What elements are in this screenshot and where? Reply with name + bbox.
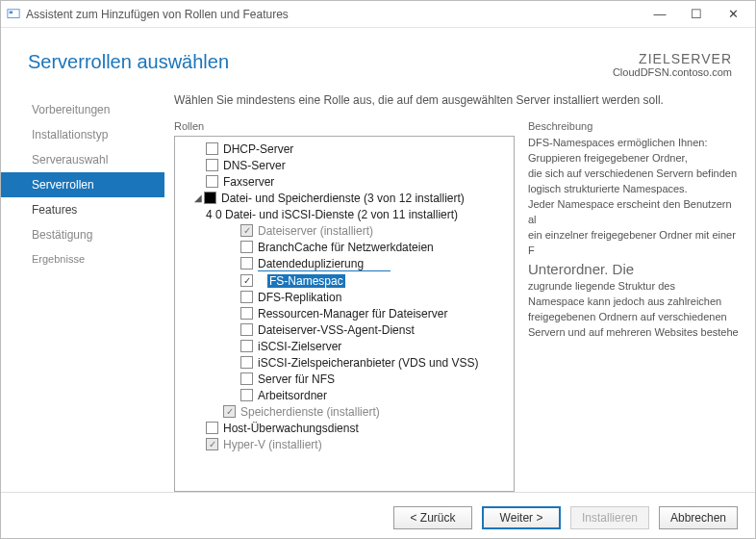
instruction-text: Wählen Sie mindestens eine Rolle aus, di…: [174, 93, 740, 107]
role-dhcp[interactable]: DHCP-Server: [181, 141, 512, 157]
role-iscsi-vds[interactable]: iSCSI-Zielspeicheranbieter (VDS und VSS): [181, 354, 512, 371]
checkbox-icon[interactable]: [240, 356, 253, 369]
maximize-button[interactable]: ☐: [678, 2, 715, 27]
checkbox-checked-icon: [206, 438, 218, 450]
checkbox-icon[interactable]: [240, 307, 253, 320]
svg-rect-1: [10, 11, 13, 13]
checkbox-icon[interactable]: [206, 175, 218, 188]
highlight-underline: [258, 270, 391, 271]
nav-step-server-selection[interactable]: Serverauswahl: [1, 147, 164, 172]
app-icon: [7, 8, 20, 21]
checkbox-icon[interactable]: [240, 323, 253, 336]
checkbox-checked-icon: [223, 405, 236, 418]
back-button[interactable]: < Zurück: [393, 506, 472, 529]
cancel-button[interactable]: Abbrechen: [659, 506, 738, 529]
role-dfs-namespaces[interactable]: FS-Namespac: [181, 272, 512, 289]
role-dedup[interactable]: Datendeduplizierung: [181, 255, 512, 271]
page-title: Serverrollen auswählen: [28, 51, 229, 73]
checkbox-icon[interactable]: [240, 372, 253, 385]
wizard-nav: Vorbereitungen Installationstyp Serverau…: [1, 88, 164, 492]
target-label: ZIELSERVER: [613, 51, 732, 66]
target-server-name: CloudDFSN.contoso.com: [613, 66, 732, 78]
checkbox-checked-icon[interactable]: [240, 274, 253, 287]
wizard-footer: < Zurück Weiter > Installieren Abbrechen: [1, 492, 755, 539]
nav-step-server-roles[interactable]: Serverrollen: [1, 172, 164, 197]
nav-step-install-type[interactable]: Installationstyp: [1, 122, 164, 147]
install-button: Installieren: [570, 506, 649, 529]
wizard-body: Vorbereitungen Installationstyp Serverau…: [1, 88, 755, 492]
role-file-iscsi[interactable]: 4 0 Datei- und iSCSI-Dienste (2 von 11 i…: [181, 206, 512, 222]
nav-step-features[interactable]: Features: [1, 197, 164, 222]
minimize-button[interactable]: —: [642, 2, 678, 27]
nav-step-before-you-begin[interactable]: Vorbereitungen: [1, 97, 164, 122]
titlebar: Assistent zum Hinzufügen von Rollen und …: [1, 1, 755, 28]
role-hyperv[interactable]: Hyper-V (installiert): [181, 436, 512, 452]
checkbox-icon[interactable]: [240, 340, 253, 352]
description-text: DFS-Namespaces ermöglichen Ihnen: Gruppi…: [528, 136, 740, 341]
roles-label: Rollen: [174, 120, 515, 132]
window-title: Assistent zum Hinzufügen von Rollen und …: [26, 8, 642, 21]
role-fax[interactable]: Faxserver: [181, 173, 512, 190]
role-storage-services[interactable]: Speicherdienste (installiert): [181, 403, 512, 420]
wizard-header: Serverrollen auswählen ZIELSERVER CloudD…: [1, 28, 755, 88]
checkbox-icon[interactable]: [240, 257, 253, 270]
roles-tree[interactable]: DHCP-Server DNS-Server Faxserver ◢Datei-…: [174, 136, 515, 492]
close-button[interactable]: ✕: [715, 2, 751, 27]
role-branchcache[interactable]: BranchCache für Netzwerkdateien: [181, 239, 512, 255]
role-iscsi-target[interactable]: iSCSI-Zielserver: [181, 338, 512, 354]
role-fsrm[interactable]: Ressourcen-Manager für Dateiserver: [181, 305, 512, 321]
role-dfs-replication[interactable]: DFS-Replikation: [181, 289, 512, 305]
checkbox-icon[interactable]: [240, 389, 253, 401]
role-workfolders[interactable]: Arbeitsordner: [181, 387, 512, 403]
role-nfs[interactable]: Server für NFS: [181, 371, 512, 387]
nav-step-confirmation: Bestätigung: [1, 222, 164, 247]
checkbox-checked-icon: [240, 224, 253, 237]
target-server-info: ZIELSERVER CloudDFSN.contoso.com: [613, 51, 732, 78]
main-pane: Wählen Sie mindestens eine Rolle aus, di…: [164, 88, 745, 492]
collapse-icon[interactable]: ◢: [192, 192, 204, 203]
checkbox-icon[interactable]: [240, 291, 253, 303]
role-dns[interactable]: DNS-Server: [181, 157, 512, 173]
next-button[interactable]: Weiter >: [482, 506, 561, 529]
description-label: Beschreibung: [528, 120, 740, 132]
role-vss-agent[interactable]: Dateiserver-VSS-Agent-Dienst: [181, 321, 512, 338]
checkbox-icon[interactable]: [206, 142, 218, 155]
role-fileserver[interactable]: Dateiserver (installiert): [181, 222, 512, 239]
nav-step-results: Ergebnisse: [1, 247, 164, 270]
checkbox-tristate-icon[interactable]: [204, 192, 216, 204]
role-file-storage[interactable]: ◢Datei- und Speicherdienste (3 von 12 in…: [181, 190, 512, 206]
checkbox-icon[interactable]: [206, 422, 218, 434]
checkbox-icon[interactable]: [240, 241, 253, 253]
role-host-guardian[interactable]: Host-Überwachungsdienst: [181, 420, 512, 436]
checkbox-icon[interactable]: [206, 159, 218, 171]
